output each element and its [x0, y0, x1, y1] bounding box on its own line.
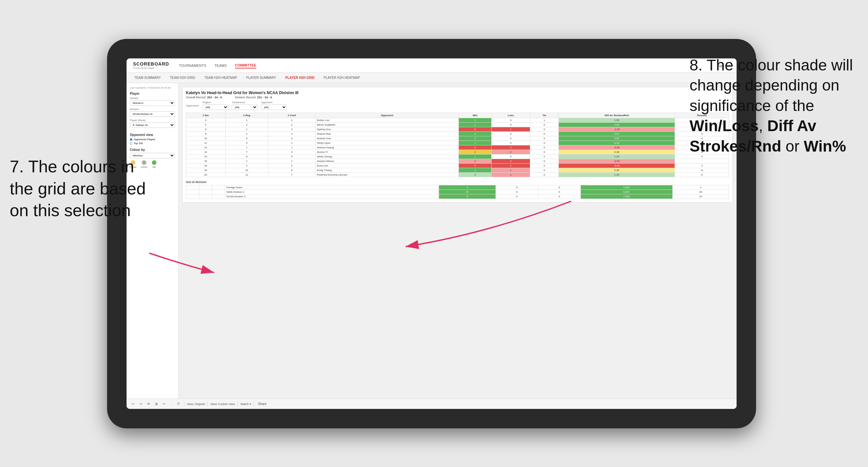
cell-win: 5: [439, 194, 495, 199]
toolbar-share[interactable]: Share: [257, 401, 268, 406]
cell-tie: 0: [530, 154, 559, 159]
col-diff: Diff Av Strokes/Rnd: [558, 113, 675, 118]
out-of-division-header: Out of division: [186, 181, 729, 184]
cell-win: 4: [459, 168, 491, 173]
cell-div: 16: [186, 159, 225, 163]
toolbar-clock[interactable]: ⏱: [176, 401, 181, 406]
cell-win: 0: [459, 163, 491, 168]
nav-committee[interactable]: COMMITTEE: [235, 63, 256, 68]
cell-reg: 5: [225, 141, 268, 145]
nav-tournaments[interactable]: TOURNAMENTS: [179, 63, 206, 68]
gender-select[interactable]: Women's: [130, 100, 175, 106]
cell-opponent: Eunice Yi: [315, 150, 459, 154]
cell-conf: 3: [268, 136, 315, 141]
top-nav: SCOREBOARD Powered by clippd TOURNAMENTS…: [127, 58, 737, 73]
opponent-select[interactable]: (All): [261, 104, 287, 110]
cell-win: 1: [439, 185, 495, 190]
cell-loss: 0: [492, 123, 530, 127]
cell-rounds: 2: [675, 163, 729, 168]
nav-team-summary[interactable]: TEAM SUMMARY: [133, 75, 162, 80]
cell-opponent: Emily Chang: [315, 168, 459, 173]
nav-teams[interactable]: TEAMS: [215, 63, 227, 68]
grid-title: Katelyn Vo Head-to-Head Grid for Women's…: [186, 91, 729, 95]
opponents-filter-label: Opponents:: [186, 104, 199, 107]
conference-select[interactable]: (All): [232, 104, 258, 110]
filter-row: Opponents: Region (All) Conference (All): [186, 101, 729, 110]
toolbar-cut[interactable]: ✂: [162, 401, 167, 406]
cell-win: 1: [459, 118, 491, 123]
cell-opponent: Heejo Hyun: [315, 141, 459, 145]
nav-player-summary[interactable]: PLAYER SUMMARY: [245, 75, 277, 80]
cell-loss: 1: [492, 173, 530, 177]
table-row: 11 5 1 Heejo Hyun 1 0 0 3.33 3: [186, 141, 729, 145]
nav-team-h2h-heatmap[interactable]: TEAM H2H HEATMAP: [203, 75, 239, 80]
opponent-view-title: Opponent view: [130, 133, 175, 136]
cell-tie: 0: [530, 150, 559, 154]
table-row: 10 6 3 Andrea York 2 0 0 4.00 4: [186, 136, 729, 141]
cell-loss: 0: [495, 190, 538, 194]
cell-reg: 2: [225, 163, 268, 168]
toolbar-grid[interactable]: ⊞: [154, 401, 159, 406]
grid-records: Overall Record: 353 - 34 - 6 Division Re…: [186, 96, 729, 99]
cell-tie: 0: [538, 190, 581, 194]
radio-top-100[interactable]: Top 100: [130, 142, 175, 145]
cell-diff: -5.00: [558, 163, 675, 168]
cell-tie: 0: [530, 145, 559, 150]
cell-conf: 2: [268, 123, 315, 127]
filter-region: Region (All): [203, 101, 228, 110]
cell-opponent: NAIA Division 1: [225, 190, 439, 194]
cell-tie: 0: [530, 127, 559, 132]
dot-up: [152, 160, 156, 165]
cell-reg: 2: [225, 123, 268, 127]
cell-reg: 1: [225, 118, 268, 123]
cell-diff: -0.94: [558, 159, 675, 163]
cell-loss: 0: [492, 132, 530, 136]
toolbar-divider-3: [238, 401, 238, 407]
nav-player-h2h-grid[interactable]: PLAYER H2H GRID: [284, 75, 316, 80]
cell-div: 18: [186, 163, 225, 168]
right-content: Katelyn Vo Head-to-Head Grid for Women's…: [179, 83, 737, 399]
table-header-row: # Div # Reg # Conf Opponent Win Loss Tie…: [186, 113, 729, 118]
toolbar-refresh[interactable]: ⟳: [146, 401, 151, 406]
filter-opponent: Opponent (All): [261, 101, 287, 110]
cell-div: 6: [186, 127, 225, 132]
player-rank-label: Player (Rank): [130, 119, 175, 122]
cell-tie: 0: [530, 168, 559, 173]
toolbar-dot[interactable]: ·: [169, 401, 173, 406]
region-select[interactable]: (All): [203, 104, 228, 110]
top-100-label: Top 100: [134, 142, 143, 145]
toolbar-undo[interactable]: ↩: [130, 401, 136, 406]
col-conf: # Conf: [268, 113, 315, 118]
logo-text: SCOREBOARD: [133, 61, 169, 66]
cell-loss: 0: [495, 185, 538, 190]
player-rank-select[interactable]: 8. Katelyn Vo: [130, 122, 175, 128]
toolbar-view-original[interactable]: View: Original: [187, 402, 205, 406]
cell-win: 2: [459, 173, 491, 177]
cell-opponent: Jessica Huang: [315, 145, 459, 150]
nav-team-h2h-grid[interactable]: TEAM H2H GRID: [169, 75, 197, 80]
filter-conference: Conference (All): [232, 101, 258, 110]
cell-loss: 0: [492, 154, 530, 159]
col-reg: # Reg: [225, 113, 268, 118]
nav-player-h2h-heatmap[interactable]: PLAYER H2H HEATMAP: [322, 75, 361, 80]
cell-div: 14: [186, 150, 225, 154]
table-row: 14 7 4 Eunice Yi 2 2 0 0.38 9: [186, 150, 729, 154]
table-row: Foreign Team 1 0 0 4.500 2: [186, 185, 729, 190]
toolbar-redo[interactable]: ↪: [138, 401, 144, 406]
table-row: 16 1 1 Jessica Mason 1 2 0 -0.94: [186, 159, 729, 163]
toolbar-divider-4: [254, 401, 254, 407]
cell-win: 1: [459, 123, 491, 127]
cell-diff: 0.30: [558, 168, 675, 173]
table-row: 9 1 4 Sharon Mun 1 0 0 3.67 3: [186, 132, 729, 136]
toolbar-save-custom[interactable]: Save Custom View: [210, 402, 235, 406]
logo-area: SCOREBOARD Powered by clippd: [133, 61, 169, 69]
cell-tie: 0: [530, 136, 559, 141]
cell-tie: 0: [530, 123, 559, 127]
table-row: NCAA Division 2 5 0 0 7.400 10: [186, 194, 729, 199]
division-select[interactable]: NCAA Division III: [130, 111, 175, 117]
dot-up-label: Up: [152, 165, 155, 168]
col-win: Win: [459, 113, 491, 118]
table-row: 6 1 3 Sydney Kuo 0 1 0 -1.00 3: [186, 127, 729, 132]
radio-opponents-played[interactable]: Opponents Played: [130, 138, 175, 141]
toolbar-watch[interactable]: Watch ▾: [241, 402, 251, 406]
